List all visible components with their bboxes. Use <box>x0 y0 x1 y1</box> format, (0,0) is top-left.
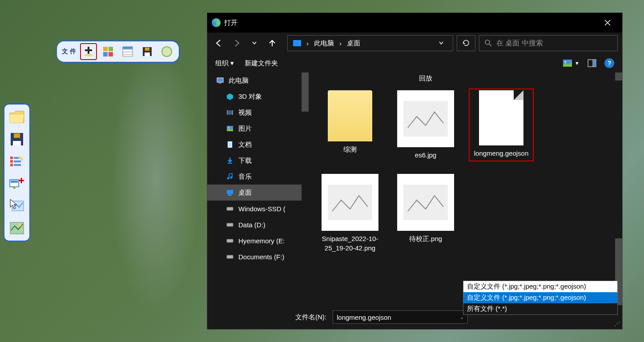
breadcrumb-pc[interactable]: 此电脑 <box>314 39 334 48</box>
svg-line-30 <box>489 44 491 46</box>
file-item-0[interactable]: 综测 <box>318 89 382 161</box>
grid-button[interactable] <box>100 43 117 60</box>
desktop-icon <box>226 189 234 197</box>
file-item-3[interactable]: Snipaste_2022-10-25_19-20-42.png <box>318 172 382 254</box>
svg-rect-51 <box>228 195 232 196</box>
svg-point-49 <box>230 177 233 179</box>
svg-rect-18 <box>10 160 13 163</box>
scroll-up-button[interactable] <box>615 72 622 80</box>
file-name: longmeng.geojson <box>474 149 529 158</box>
tree-item-2[interactable]: 视频 <box>207 105 309 121</box>
svg-rect-9 <box>123 47 133 49</box>
file-item-4[interactable]: 待校正.png <box>393 172 458 254</box>
map-image-button[interactable] <box>7 218 27 238</box>
svg-rect-3 <box>103 52 108 56</box>
file-item-1[interactable]: es6.jpg <box>393 89 458 161</box>
preview-pane-icon[interactable] <box>588 59 596 68</box>
filename-input[interactable]: longmeng.geojson ⌄ <box>333 310 468 324</box>
file-item-2[interactable]: longmeng.geojson <box>469 89 534 161</box>
tree-item-5[interactable]: 下载 <box>207 153 309 169</box>
svg-rect-2 <box>109 47 113 51</box>
tree-item-label: Hyememory (E: <box>238 237 285 245</box>
add-point-button[interactable] <box>7 174 27 193</box>
svg-point-32 <box>564 61 566 63</box>
svg-point-53 <box>231 209 232 209</box>
file-name: Snipaste_2022-10-25_19-20-42.png <box>319 234 381 253</box>
svg-rect-4 <box>109 52 113 56</box>
tree-item-7[interactable]: 桌面 <box>207 185 309 201</box>
filename-dropdown[interactable]: ⌄ <box>460 314 464 320</box>
3d-icon <box>226 93 234 101</box>
svg-point-48 <box>227 177 229 180</box>
cursor-image-button[interactable] <box>7 196 27 216</box>
file-name: es6.jpg <box>415 151 436 160</box>
tree-item-10[interactable]: Hyememory (E: <box>207 233 309 249</box>
svg-rect-35 <box>593 60 596 66</box>
doc-icon <box>226 141 234 149</box>
tree-scrollbar-thumb[interactable] <box>302 72 309 112</box>
file-name: 待校正.png <box>409 234 442 243</box>
tree-item-0[interactable]: 此电脑 <box>207 72 309 89</box>
picture-icon <box>563 60 572 67</box>
tree-item-6[interactable]: 音乐 <box>207 169 309 185</box>
edit-list-button[interactable] <box>7 152 27 171</box>
filter-option-custom[interactable]: 自定义文件 (*.jpg;*.jpeg;*.png;*.geojson) <box>463 292 617 303</box>
edge-icon <box>212 18 221 27</box>
circle-icon <box>161 46 173 57</box>
refresh-icon <box>462 39 470 47</box>
table-button[interactable] <box>119 43 136 60</box>
history-button[interactable] <box>247 36 262 50</box>
pc-icon <box>216 76 224 84</box>
arrow-left-icon <box>215 39 223 47</box>
tree-item-label: 音乐 <box>238 173 252 181</box>
organize-button[interactable]: 组织 ▾ <box>215 59 234 68</box>
tree-item-4[interactable]: 文档 <box>207 137 309 153</box>
resize-grip[interactable]: ⋰ <box>614 320 620 327</box>
tree-item-9[interactable]: Data (D:) <box>207 217 309 233</box>
add-layer-button[interactable] <box>80 43 97 60</box>
file-name: 综测 <box>343 145 357 154</box>
filter-current[interactable]: 自定义文件 (*.jpg;*.jpeg;*.png;*.geojson) <box>463 281 617 292</box>
edit-list-icon <box>9 155 24 168</box>
circle-button[interactable] <box>158 43 175 60</box>
tree-item-label: 此电脑 <box>229 76 249 85</box>
side-save-button[interactable] <box>7 129 27 149</box>
close-button[interactable] <box>597 16 618 30</box>
document-icon <box>479 90 523 145</box>
svg-rect-15 <box>13 141 21 145</box>
help-button[interactable]: ? <box>604 58 614 68</box>
files-pane: 回放 综测es6.jpglongmeng.geojsonSnipaste_202… <box>309 72 622 305</box>
drive-icon <box>226 237 234 245</box>
up-button[interactable] <box>265 36 279 50</box>
view-mode-button[interactable]: ▼ <box>563 60 580 67</box>
music-icon <box>226 173 234 181</box>
filter-option-all[interactable]: 所有文件 (*.*) <box>463 303 617 314</box>
filename-value: longmeng.geojson <box>337 314 391 321</box>
address-bar[interactable]: › 此电脑 › 桌面 <box>287 35 453 51</box>
breadcrumb-desktop[interactable]: 桌面 <box>347 39 360 48</box>
back-button[interactable] <box>212 36 226 50</box>
tree-item-label: Windows-SSD ( <box>238 205 286 213</box>
tree-item-1[interactable]: 3D 对象 <box>207 89 309 105</box>
folder-tree: 此电脑3D 对象视频图片文档下载音乐桌面Windows-SSD (Data (D… <box>207 72 309 305</box>
file-open-dialog: 打开 › 此电脑 › 桌面 在 桌面 中搜索 组织 ▾ 新建文件夹 <box>207 12 623 330</box>
tree-item-11[interactable]: Documents (F:) <box>207 249 309 265</box>
file-menu-button[interactable]: 文 件 <box>60 43 77 60</box>
new-folder-button[interactable]: 新建文件夹 <box>245 59 278 68</box>
refresh-button[interactable] <box>457 35 475 51</box>
close-icon <box>604 20 611 26</box>
tree-item-8[interactable]: Windows-SSD ( <box>207 201 309 217</box>
tree-item-3[interactable]: 图片 <box>207 121 309 137</box>
add-point-icon <box>9 177 25 190</box>
save-button[interactable] <box>139 43 156 60</box>
forward-button[interactable] <box>229 36 244 50</box>
open-folder-button[interactable] <box>7 107 27 127</box>
search-input[interactable]: 在 桌面 中搜索 <box>479 35 618 51</box>
svg-point-0 <box>84 54 93 56</box>
filter-dropdown: 自定义文件 (*.jpg;*.jpeg;*.png;*.geojson) 自定义… <box>463 281 618 315</box>
svg-point-57 <box>231 241 232 241</box>
svg-point-59 <box>231 257 232 258</box>
address-dropdown[interactable] <box>435 40 447 47</box>
dialog-title: 打开 <box>212 18 237 27</box>
column-header[interactable]: 回放 <box>419 74 432 83</box>
